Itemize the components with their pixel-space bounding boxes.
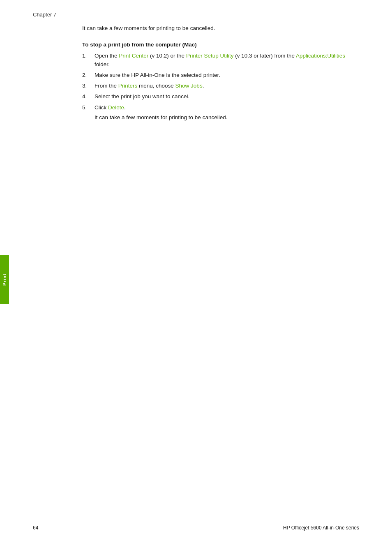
step-content: From the Printers menu, choose Show Jobs…: [95, 82, 359, 90]
step-number: 2.: [82, 71, 95, 79]
step-content: Make sure the HP All-in-One is the selec…: [95, 71, 359, 79]
step-content: Click Delete. It can take a few moments …: [95, 104, 359, 122]
product-name: HP Officejet 5600 All-in-One series: [283, 525, 359, 531]
list-item: 1. Open the Print Center (v 10.2) or the…: [82, 52, 359, 69]
delete-link: Delete: [108, 104, 124, 111]
show-jobs-link: Show Jobs: [175, 83, 203, 89]
step-sub-text: It can take a few moments for printing t…: [95, 113, 359, 122]
chapter-label: Chapter 7: [33, 12, 359, 18]
side-tab-label: Print: [2, 273, 7, 286]
list-item: 4. Select the print job you want to canc…: [82, 92, 359, 101]
list-item: 2. Make sure the HP All-in-One is the se…: [82, 71, 359, 79]
footer: 64 HP Officejet 5600 All-in-One series: [33, 525, 359, 531]
print-center-link: Print Center: [119, 53, 148, 59]
step-number: 4.: [82, 92, 95, 101]
page-number: 64: [33, 525, 38, 531]
step-content: Open the Print Center (v 10.2) or the Pr…: [95, 52, 359, 69]
applications-utilities-link: Applications:Utilities: [296, 53, 345, 59]
list-item: 3. From the Printers menu, choose Show J…: [82, 82, 359, 90]
steps-list: 1. Open the Print Center (v 10.2) or the…: [82, 52, 359, 122]
side-tab: Print: [0, 255, 9, 304]
section-heading: To stop a print job from the computer (M…: [82, 42, 359, 48]
step-number: 1.: [82, 52, 95, 69]
step-number: 5.: [82, 104, 95, 122]
printer-setup-utility-link: Printer Setup Utility: [186, 53, 234, 59]
printers-menu-link: Printers: [118, 83, 138, 89]
step-content: Select the print job you want to cancel.: [95, 92, 359, 101]
intro-text: It can take a few moments for printing t…: [82, 24, 359, 32]
list-item: 5. Click Delete. It can take a few momen…: [82, 104, 359, 122]
step-number: 3.: [82, 82, 95, 90]
page-container: Chapter 7 It can take a few moments for …: [0, 0, 392, 543]
